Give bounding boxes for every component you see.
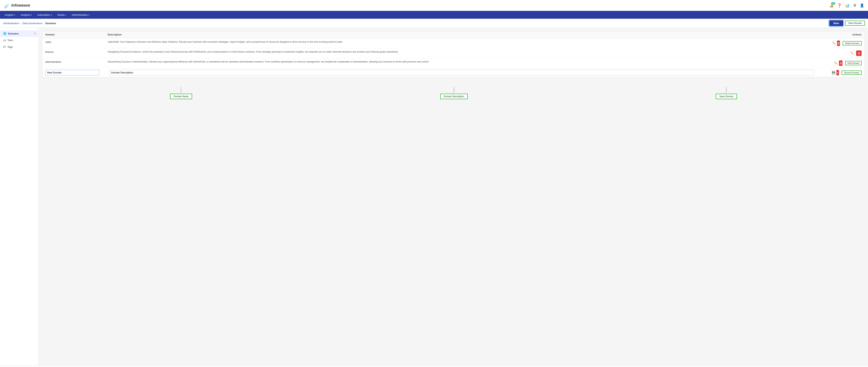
edit-finance-button[interactable]: ✏️	[849, 51, 855, 56]
user-icon[interactable]: 👤	[860, 3, 864, 8]
nav-studio-arrow: ▾	[65, 14, 66, 16]
new-domain-row: 💾 ✕ Discard Domain	[42, 68, 865, 77]
notification-icon[interactable]: 🔔20	[830, 3, 834, 8]
actions-finance: ✏️ 🗑	[834, 50, 862, 56]
new-domain-label: New Domain	[845, 21, 865, 26]
main-layout: 🌐 Domains 🗂 Tiers 🏷 Tags Domain Descript…	[0, 28, 868, 366]
display-icon[interactable]: 🖥	[853, 3, 856, 7]
sidebar-item-domains[interactable]: 🌐 Domains	[0, 30, 39, 37]
notification-badge: 20	[831, 2, 835, 5]
annotation-line-desc	[454, 87, 454, 93]
nav-administration-arrow: ▾	[88, 14, 89, 16]
sidebar-domains-dot	[34, 33, 36, 34]
new-domain-description-cell	[108, 70, 834, 75]
nav-studio-label: Studio	[57, 13, 64, 17]
actions-administration: ✏️ 🗑 Edit Domain	[834, 60, 862, 66]
save-domain-annotation-box: Save Domain	[716, 94, 737, 99]
top-icons: 🔔20 ❓ 📊 🖥 👤	[830, 3, 864, 8]
nav-insights[interactable]: Insights ▾	[2, 11, 18, 19]
sidebar-item-tags[interactable]: 🏷 Tags	[0, 43, 39, 50]
domain-name-sales: sales	[45, 40, 108, 43]
nav-analysis-arrow: ▾	[31, 14, 32, 16]
breadcrumb-administration[interactable]: Administration	[3, 22, 19, 25]
table-header: Domain Description Actions	[42, 31, 865, 38]
sidebar-tags-label: Tags	[7, 45, 13, 48]
table-row: finance Navigating Financial Excellence.…	[42, 48, 865, 58]
discard-domain-label: Discard Domain	[842, 70, 862, 75]
edit-sales-button[interactable]: ✏️	[832, 40, 836, 46]
save-domain-button[interactable]: 💾	[832, 70, 835, 75]
breadcrumb-domains: Domains	[45, 22, 56, 25]
footer: © 2013-2024 Noesys Software Pvt. Ltd. 🌿	[0, 366, 868, 367]
domains-table: Domain Description Actions sales SalesSw…	[42, 31, 865, 77]
sidebar: 🌐 Domains 🗂 Tiers 🏷 Tags	[0, 28, 39, 366]
breadcrumb-actions: New New Domain	[829, 20, 865, 26]
domain-description-administration: Streamlining Success in Administration. …	[108, 60, 834, 63]
discard-domain-button[interactable]: ✕	[836, 70, 839, 75]
logo-icon: ☄️	[4, 2, 10, 8]
bottom-annotations: Domain Name Domain Description Save Doma…	[42, 87, 865, 105]
help-icon[interactable]: ❓	[837, 3, 841, 8]
reports-icon[interactable]: 📊	[845, 3, 849, 8]
col-domain: Domain	[45, 33, 108, 36]
domain-description-input[interactable]	[109, 70, 814, 75]
breadcrumb-sep-1: ›	[20, 22, 21, 25]
delete-domain-label: Delete Domain	[843, 41, 862, 45]
content-area: Domain Description Actions sales SalesSw…	[39, 28, 868, 366]
delete-administration-button[interactable]: 🗑	[839, 60, 842, 66]
logo: ☄️ Infoweave	[4, 2, 30, 8]
top-bar: ☄️ Infoweave 🔔20 ❓ 📊 🖥 👤	[0, 0, 868, 11]
sidebar-tiers-label: Tiers	[7, 39, 13, 42]
nav-automation-label: Automation	[37, 13, 50, 17]
breadcrumb-sep-2: ›	[43, 22, 44, 25]
delete-sales-button[interactable]: 🗑	[837, 40, 840, 46]
actions-sales: ✏️ 🗑 Delete Domain	[834, 40, 862, 46]
nav-administration[interactable]: Administration ▾	[69, 11, 92, 19]
nav-insights-label: Insights	[5, 13, 13, 17]
domain-description-annotation: Domain Description	[440, 87, 468, 99]
domain-description-annotation-box: Domain Description	[440, 94, 468, 99]
nav-analysis[interactable]: Analysis ▾	[18, 11, 34, 19]
domain-name-annotation: Domain Name	[170, 87, 192, 99]
domain-description-sales: SalesSwift: Your Gateway to Dynamic and …	[108, 40, 834, 43]
save-domain-annotation: Save Domain	[716, 87, 737, 99]
breadcrumb-bar: Administration › Data Governance › Domai…	[0, 19, 868, 28]
tiers-icon: 🗂	[3, 38, 6, 42]
nav-automation[interactable]: Automation ▾	[34, 11, 55, 19]
nav-automation-arrow: ▾	[51, 14, 52, 16]
edit-domain-label: Edit Domain	[845, 61, 862, 65]
new-button[interactable]: New	[829, 20, 843, 26]
domain-description-finance: Navigating Financial Excellence. Unlock …	[108, 50, 834, 54]
table-row: sales SalesSwift: Your Gateway to Dynami…	[42, 38, 865, 48]
col-description: Description	[108, 33, 834, 36]
delete-finance-button[interactable]: 🗑	[856, 51, 862, 56]
nav-administration-label: Administration	[72, 13, 88, 17]
tags-icon: 🏷	[3, 45, 6, 48]
logo-text: Infoweave	[11, 3, 30, 8]
sidebar-item-tiers[interactable]: 🗂 Tiers	[0, 37, 39, 43]
nav-bar: Insights ▾ Analysis ▾ Automation ▾ Studi…	[0, 11, 868, 19]
annotation-line-name	[181, 87, 181, 93]
edit-administration-button[interactable]: ✏️	[834, 60, 838, 66]
new-domain-annotation-area: New New Domain	[829, 20, 865, 26]
col-actions: Actions	[834, 33, 862, 36]
nav-analysis-label: Analysis	[21, 13, 30, 17]
actions-new: 💾 ✕ Discard Domain	[834, 69, 862, 75]
nav-insights-arrow: ▾	[14, 14, 15, 16]
domain-name-administration: administration	[45, 60, 108, 63]
new-domain-name-cell	[45, 70, 108, 75]
domains-icon: 🌐	[3, 32, 6, 35]
breadcrumb: Administration › Data Governance › Domai…	[3, 22, 56, 25]
domain-name-input[interactable]	[45, 70, 99, 75]
domain-name-annotation-box: Domain Name	[170, 94, 192, 99]
annotation-line-save	[726, 87, 726, 93]
domain-name-finance: finance	[45, 50, 108, 53]
breadcrumb-data-governance[interactable]: Data Governance	[22, 22, 42, 25]
nav-studio[interactable]: Studio ▾	[55, 11, 69, 19]
table-row: administration Streamlining Success in A…	[42, 58, 865, 68]
sidebar-domains-label: Domains	[8, 32, 19, 35]
